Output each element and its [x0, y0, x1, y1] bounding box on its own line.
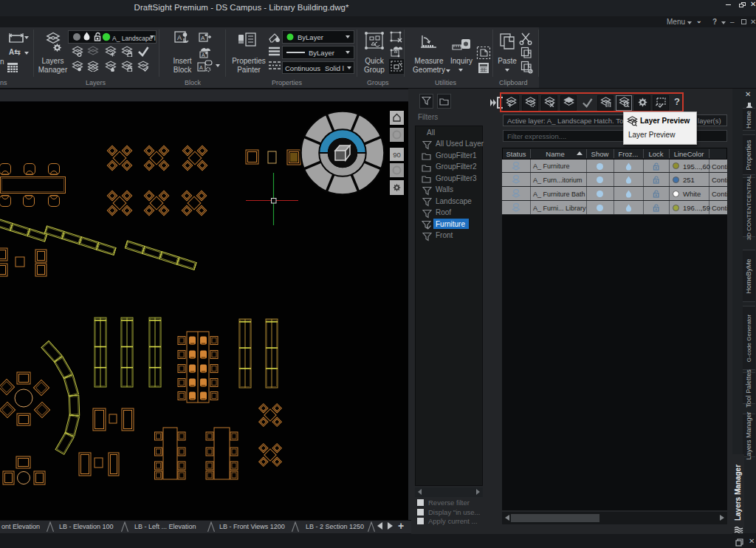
- svg-text:90: 90: [393, 151, 401, 159]
- svg-text:A: A: [201, 35, 205, 41]
- svg-text:A: A: [199, 65, 203, 70]
- svg-text:A: A: [202, 52, 205, 58]
- svg-text:A: A: [177, 34, 182, 41]
